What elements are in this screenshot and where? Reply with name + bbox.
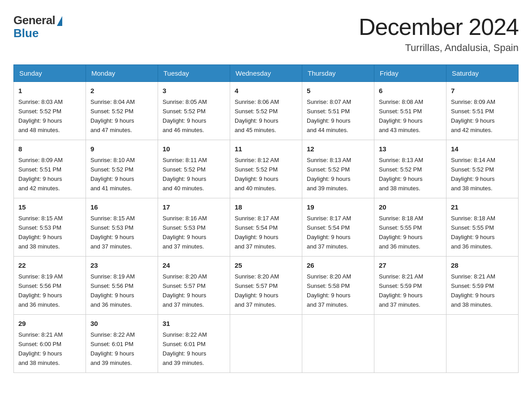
- day-info: Sunrise: 8:08 AMSunset: 5:51 PMDaylight:…: [379, 98, 423, 133]
- day-number: 9: [90, 144, 153, 154]
- day-info: Sunrise: 8:15 AMSunset: 5:53 PMDaylight:…: [18, 215, 63, 250]
- day-info: Sunrise: 8:07 AMSunset: 5:51 PMDaylight:…: [307, 98, 351, 133]
- day-cell: 21Sunrise: 8:18 AMSunset: 5:55 PMDayligh…: [446, 198, 519, 256]
- day-info: Sunrise: 8:21 AMSunset: 5:59 PMDaylight:…: [451, 273, 495, 308]
- day-cell: 14Sunrise: 8:14 AMSunset: 5:52 PMDayligh…: [446, 140, 519, 198]
- column-header-monday: Monday: [86, 65, 158, 82]
- day-cell: 29Sunrise: 8:21 AMSunset: 6:00 PMDayligh…: [14, 314, 86, 372]
- week-row-5: 29Sunrise: 8:21 AMSunset: 6:00 PMDayligh…: [14, 314, 519, 372]
- day-number: 2: [90, 86, 153, 96]
- day-info: Sunrise: 8:20 AMSunset: 5:57 PMDaylight:…: [235, 273, 279, 308]
- day-cell: 1Sunrise: 8:03 AMSunset: 5:52 PMDaylight…: [14, 82, 86, 140]
- column-header-sunday: Sunday: [14, 65, 86, 82]
- day-info: Sunrise: 8:21 AMSunset: 6:00 PMDaylight:…: [18, 331, 63, 366]
- day-number: 21: [451, 202, 514, 212]
- day-number: 20: [379, 202, 442, 212]
- day-number: 12: [307, 144, 369, 154]
- day-info: Sunrise: 8:06 AMSunset: 5:52 PMDaylight:…: [235, 98, 279, 133]
- day-number: 22: [18, 260, 81, 270]
- day-number: 18: [235, 202, 297, 212]
- day-cell: 25Sunrise: 8:20 AMSunset: 5:57 PMDayligh…: [230, 256, 302, 314]
- day-cell: 20Sunrise: 8:18 AMSunset: 5:55 PMDayligh…: [374, 198, 446, 256]
- day-info: Sunrise: 8:15 AMSunset: 5:53 PMDaylight:…: [90, 215, 135, 250]
- day-cell: 11Sunrise: 8:12 AMSunset: 5:52 PMDayligh…: [230, 140, 302, 198]
- logo-blue-text: Blue: [13, 26, 39, 40]
- day-info: Sunrise: 8:16 AMSunset: 5:53 PMDaylight:…: [163, 215, 207, 250]
- location-title: Turrillas, Andalusia, Spain: [359, 42, 519, 54]
- day-info: Sunrise: 8:20 AMSunset: 5:58 PMDaylight:…: [307, 273, 351, 308]
- day-number: 4: [235, 86, 297, 96]
- day-info: Sunrise: 8:17 AMSunset: 5:54 PMDaylight:…: [307, 215, 351, 250]
- month-title: December 2024: [359, 13, 519, 40]
- logo-triangle-icon: [57, 16, 62, 26]
- day-number: 30: [90, 318, 153, 329]
- day-info: Sunrise: 8:18 AMSunset: 5:55 PMDaylight:…: [451, 215, 495, 250]
- day-info: Sunrise: 8:05 AMSunset: 5:52 PMDaylight:…: [163, 98, 207, 133]
- day-number: 28: [451, 260, 514, 270]
- day-info: Sunrise: 8:18 AMSunset: 5:55 PMDaylight:…: [379, 215, 423, 250]
- day-info: Sunrise: 8:13 AMSunset: 5:52 PMDaylight:…: [379, 157, 423, 192]
- day-cell: 16Sunrise: 8:15 AMSunset: 5:53 PMDayligh…: [86, 198, 158, 256]
- day-info: Sunrise: 8:20 AMSunset: 5:57 PMDaylight:…: [163, 273, 207, 308]
- day-cell: 4Sunrise: 8:06 AMSunset: 5:52 PMDaylight…: [230, 82, 302, 140]
- day-info: Sunrise: 8:09 AMSunset: 5:51 PMDaylight:…: [18, 157, 63, 192]
- day-cell: 19Sunrise: 8:17 AMSunset: 5:54 PMDayligh…: [302, 198, 374, 256]
- day-cell: 24Sunrise: 8:20 AMSunset: 5:57 PMDayligh…: [158, 256, 230, 314]
- day-cell: 3Sunrise: 8:05 AMSunset: 5:52 PMDaylight…: [158, 82, 230, 140]
- day-cell: 10Sunrise: 8:11 AMSunset: 5:52 PMDayligh…: [158, 140, 230, 198]
- day-cell: 15Sunrise: 8:15 AMSunset: 5:53 PMDayligh…: [14, 198, 86, 256]
- column-header-tuesday: Tuesday: [158, 65, 230, 82]
- day-cell: 31Sunrise: 8:22 AMSunset: 6:01 PMDayligh…: [158, 314, 230, 372]
- day-number: 13: [379, 144, 442, 154]
- day-info: Sunrise: 8:14 AMSunset: 5:52 PMDaylight:…: [451, 157, 495, 192]
- day-cell: [446, 314, 519, 372]
- day-number: 26: [307, 260, 369, 270]
- header-row: SundayMondayTuesdayWednesdayThursdayFrid…: [14, 65, 519, 82]
- day-number: 19: [307, 202, 369, 212]
- day-number: 25: [235, 260, 297, 270]
- day-number: 11: [235, 144, 297, 154]
- day-number: 5: [307, 86, 369, 96]
- day-info: Sunrise: 8:09 AMSunset: 5:51 PMDaylight:…: [451, 98, 495, 133]
- day-number: 14: [451, 144, 514, 154]
- day-number: 24: [163, 260, 225, 270]
- day-number: 8: [18, 144, 81, 154]
- day-number: 16: [90, 202, 153, 212]
- day-number: 15: [18, 202, 81, 212]
- day-cell: 5Sunrise: 8:07 AMSunset: 5:51 PMDaylight…: [302, 82, 374, 140]
- day-info: Sunrise: 8:22 AMSunset: 6:01 PMDaylight:…: [90, 331, 135, 366]
- day-cell: 9Sunrise: 8:10 AMSunset: 5:52 PMDaylight…: [86, 140, 158, 198]
- column-header-friday: Friday: [374, 65, 446, 82]
- week-row-4: 22Sunrise: 8:19 AMSunset: 5:56 PMDayligh…: [14, 256, 519, 314]
- day-number: 7: [451, 86, 514, 96]
- day-number: 3: [163, 86, 225, 96]
- logo-general-text: General: [13, 13, 55, 27]
- calendar-table: SundayMondayTuesdayWednesdayThursdayFrid…: [13, 64, 519, 373]
- day-cell: 23Sunrise: 8:19 AMSunset: 5:56 PMDayligh…: [86, 256, 158, 314]
- day-info: Sunrise: 8:11 AMSunset: 5:52 PMDaylight:…: [163, 157, 207, 192]
- day-number: 31: [163, 318, 225, 329]
- column-header-thursday: Thursday: [302, 65, 374, 82]
- day-cell: 22Sunrise: 8:19 AMSunset: 5:56 PMDayligh…: [14, 256, 86, 314]
- day-info: Sunrise: 8:17 AMSunset: 5:54 PMDaylight:…: [235, 215, 279, 250]
- day-cell: 8Sunrise: 8:09 AMSunset: 5:51 PMDaylight…: [14, 140, 86, 198]
- day-info: Sunrise: 8:04 AMSunset: 5:52 PMDaylight:…: [90, 98, 135, 133]
- day-number: 6: [379, 86, 442, 96]
- day-info: Sunrise: 8:22 AMSunset: 6:01 PMDaylight:…: [163, 331, 207, 366]
- logo: General Blue: [13, 13, 62, 40]
- day-number: 1: [18, 86, 81, 96]
- day-info: Sunrise: 8:10 AMSunset: 5:52 PMDaylight:…: [90, 157, 135, 192]
- column-header-wednesday: Wednesday: [230, 65, 302, 82]
- day-cell: [230, 314, 302, 372]
- day-cell: 27Sunrise: 8:21 AMSunset: 5:59 PMDayligh…: [374, 256, 446, 314]
- day-cell: 12Sunrise: 8:13 AMSunset: 5:52 PMDayligh…: [302, 140, 374, 198]
- week-row-2: 8Sunrise: 8:09 AMSunset: 5:51 PMDaylight…: [14, 140, 519, 198]
- day-cell: 18Sunrise: 8:17 AMSunset: 5:54 PMDayligh…: [230, 198, 302, 256]
- title-section: December 2024 Turrillas, Andalusia, Spai…: [359, 13, 519, 54]
- day-info: Sunrise: 8:21 AMSunset: 5:59 PMDaylight:…: [379, 273, 423, 308]
- day-cell: 2Sunrise: 8:04 AMSunset: 5:52 PMDaylight…: [86, 82, 158, 140]
- day-number: 23: [90, 260, 153, 270]
- day-cell: 6Sunrise: 8:08 AMSunset: 5:51 PMDaylight…: [374, 82, 446, 140]
- day-cell: [302, 314, 374, 372]
- week-row-1: 1Sunrise: 8:03 AMSunset: 5:52 PMDaylight…: [14, 82, 519, 140]
